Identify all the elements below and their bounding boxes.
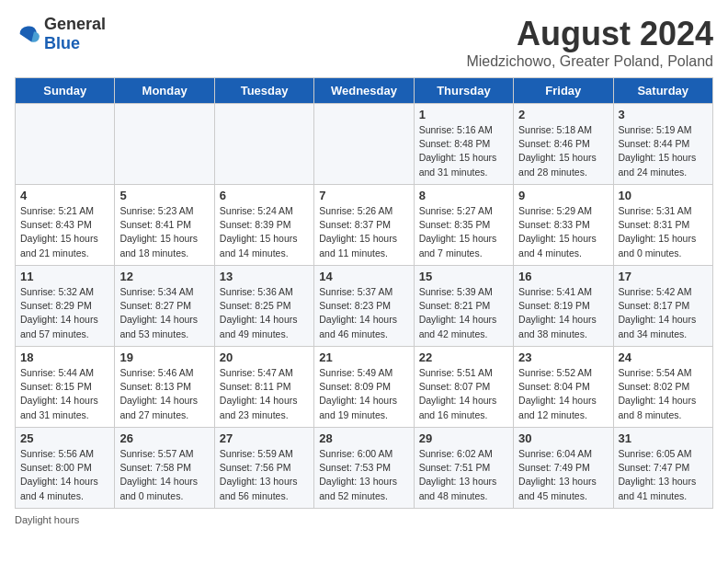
day-cell: 31Sunrise: 6:05 AM Sunset: 7:47 PM Dayli… (613, 428, 712, 509)
day-cell: 15Sunrise: 5:39 AM Sunset: 8:21 PM Dayli… (414, 266, 513, 347)
day-cell: 3Sunrise: 5:19 AM Sunset: 8:44 PM Daylig… (613, 104, 712, 185)
week-row-5: 25Sunrise: 5:56 AM Sunset: 8:00 PM Dayli… (16, 428, 713, 509)
day-info: Sunrise: 5:56 AM Sunset: 8:00 PM Dayligh… (20, 447, 109, 503)
day-cell (115, 104, 214, 185)
day-cell: 4Sunrise: 5:21 AM Sunset: 8:43 PM Daylig… (16, 185, 115, 266)
day-cell: 26Sunrise: 5:57 AM Sunset: 7:58 PM Dayli… (115, 428, 214, 509)
day-info: Sunrise: 6:04 AM Sunset: 7:49 PM Dayligh… (518, 447, 608, 503)
day-info: Sunrise: 5:36 AM Sunset: 8:25 PM Dayligh… (220, 285, 309, 341)
day-info: Sunrise: 5:32 AM Sunset: 8:29 PM Dayligh… (20, 285, 109, 341)
week-row-4: 18Sunrise: 5:44 AM Sunset: 8:15 PM Dayli… (16, 347, 713, 428)
day-number: 19 (119, 350, 209, 364)
day-cell: 23Sunrise: 5:52 AM Sunset: 8:04 PM Dayli… (514, 347, 613, 428)
day-info: Sunrise: 5:37 AM Sunset: 8:23 PM Dayligh… (319, 285, 408, 341)
day-number: 28 (319, 431, 408, 445)
day-number: 22 (419, 350, 508, 364)
day-info: Sunrise: 5:27 AM Sunset: 8:35 PM Dayligh… (419, 204, 508, 260)
day-number: 27 (220, 431, 309, 445)
day-cell: 6Sunrise: 5:24 AM Sunset: 8:39 PM Daylig… (214, 185, 313, 266)
day-number: 25 (20, 431, 109, 445)
day-cell: 20Sunrise: 5:47 AM Sunset: 8:11 PM Dayli… (214, 347, 313, 428)
day-number: 23 (518, 350, 608, 364)
day-cell: 30Sunrise: 6:04 AM Sunset: 7:49 PM Dayli… (514, 428, 613, 509)
day-cell: 17Sunrise: 5:42 AM Sunset: 8:17 PM Dayli… (613, 266, 712, 347)
day-number: 24 (619, 350, 708, 364)
day-info: Sunrise: 5:18 AM Sunset: 8:46 PM Dayligh… (518, 123, 608, 179)
calendar-body: 1Sunrise: 5:16 AM Sunset: 8:48 PM Daylig… (16, 104, 713, 509)
day-cell: 28Sunrise: 6:00 AM Sunset: 7:53 PM Dayli… (314, 428, 414, 509)
day-cell (214, 104, 313, 185)
day-info: Sunrise: 6:02 AM Sunset: 7:51 PM Dayligh… (419, 447, 508, 503)
day-info: Sunrise: 5:31 AM Sunset: 8:31 PM Dayligh… (619, 204, 708, 260)
day-info: Sunrise: 6:05 AM Sunset: 7:47 PM Dayligh… (619, 447, 708, 503)
day-number: 18 (20, 350, 109, 364)
day-info: Sunrise: 6:00 AM Sunset: 7:53 PM Dayligh… (319, 447, 408, 503)
day-info: Sunrise: 5:41 AM Sunset: 8:19 PM Dayligh… (518, 285, 608, 341)
day-info: Sunrise: 5:44 AM Sunset: 8:15 PM Dayligh… (20, 366, 109, 422)
day-info: Sunrise: 5:57 AM Sunset: 7:58 PM Dayligh… (119, 447, 209, 503)
header-cell-tuesday: Tuesday (214, 78, 313, 104)
day-cell (16, 104, 115, 185)
header-cell-sunday: Sunday (16, 78, 115, 104)
day-number: 6 (220, 189, 309, 202)
logo: General Blue (15, 15, 106, 53)
day-cell: 5Sunrise: 5:23 AM Sunset: 8:41 PM Daylig… (115, 185, 214, 266)
day-number: 10 (619, 189, 708, 202)
day-number: 4 (20, 189, 109, 202)
day-number: 31 (619, 431, 708, 445)
day-info: Sunrise: 5:54 AM Sunset: 8:02 PM Dayligh… (619, 366, 708, 422)
day-number: 12 (119, 270, 209, 283)
day-info: Sunrise: 5:51 AM Sunset: 8:07 PM Dayligh… (419, 366, 508, 422)
header-cell-wednesday: Wednesday (314, 78, 414, 104)
logo-general: General (44, 15, 106, 33)
header-cell-monday: Monday (115, 78, 214, 104)
footer-note: Daylight hours (15, 514, 713, 525)
day-info: Sunrise: 5:49 AM Sunset: 8:09 PM Dayligh… (319, 366, 408, 422)
day-info: Sunrise: 5:29 AM Sunset: 8:33 PM Dayligh… (518, 204, 608, 260)
day-cell: 25Sunrise: 5:56 AM Sunset: 8:00 PM Dayli… (16, 428, 115, 509)
day-info: Sunrise: 5:34 AM Sunset: 8:27 PM Dayligh… (119, 285, 209, 341)
day-cell: 18Sunrise: 5:44 AM Sunset: 8:15 PM Dayli… (16, 347, 115, 428)
day-cell: 10Sunrise: 5:31 AM Sunset: 8:31 PM Dayli… (613, 185, 712, 266)
day-info: Sunrise: 5:19 AM Sunset: 8:44 PM Dayligh… (619, 123, 708, 179)
day-cell: 9Sunrise: 5:29 AM Sunset: 8:33 PM Daylig… (514, 185, 613, 266)
title-area: August 2024 Miedzichowo, Greater Poland,… (466, 15, 713, 70)
day-cell: 11Sunrise: 5:32 AM Sunset: 8:29 PM Dayli… (16, 266, 115, 347)
day-number: 9 (518, 189, 608, 202)
day-number: 29 (419, 431, 508, 445)
day-cell: 7Sunrise: 5:26 AM Sunset: 8:37 PM Daylig… (314, 185, 414, 266)
day-cell: 29Sunrise: 6:02 AM Sunset: 7:51 PM Dayli… (414, 428, 513, 509)
day-cell: 8Sunrise: 5:27 AM Sunset: 8:35 PM Daylig… (414, 185, 513, 266)
day-number: 16 (518, 270, 608, 283)
day-cell: 2Sunrise: 5:18 AM Sunset: 8:46 PM Daylig… (514, 104, 613, 185)
week-row-2: 4Sunrise: 5:21 AM Sunset: 8:43 PM Daylig… (16, 185, 713, 266)
day-info: Sunrise: 5:59 AM Sunset: 7:56 PM Dayligh… (220, 447, 309, 503)
day-info: Sunrise: 5:47 AM Sunset: 8:11 PM Dayligh… (220, 366, 309, 422)
logo-blue: Blue (44, 34, 80, 52)
day-info: Sunrise: 5:16 AM Sunset: 8:48 PM Dayligh… (419, 123, 508, 179)
logo-text: General Blue (44, 15, 106, 53)
day-number: 26 (119, 431, 209, 445)
day-info: Sunrise: 5:39 AM Sunset: 8:21 PM Dayligh… (419, 285, 508, 341)
day-number: 13 (220, 270, 309, 283)
day-info: Sunrise: 5:23 AM Sunset: 8:41 PM Dayligh… (119, 204, 209, 260)
subtitle: Miedzichowo, Greater Poland, Poland (466, 53, 713, 70)
calendar-header: SundayMondayTuesdayWednesdayThursdayFrid… (16, 78, 713, 104)
header-cell-thursday: Thursday (414, 78, 513, 104)
day-number: 1 (419, 108, 508, 121)
day-number: 2 (518, 108, 608, 121)
day-cell: 22Sunrise: 5:51 AM Sunset: 8:07 PM Dayli… (414, 347, 513, 428)
day-number: 8 (419, 189, 508, 202)
day-number: 30 (518, 431, 608, 445)
day-cell (314, 104, 414, 185)
day-number: 21 (319, 350, 408, 364)
day-number: 20 (220, 350, 309, 364)
logo-icon (15, 21, 40, 47)
day-cell: 19Sunrise: 5:46 AM Sunset: 8:13 PM Dayli… (115, 347, 214, 428)
day-number: 11 (20, 270, 109, 283)
calendar-table: SundayMondayTuesdayWednesdayThursdayFrid… (15, 77, 713, 509)
day-cell: 24Sunrise: 5:54 AM Sunset: 8:02 PM Dayli… (613, 347, 712, 428)
main-title: August 2024 (466, 15, 713, 53)
day-cell: 27Sunrise: 5:59 AM Sunset: 7:56 PM Dayli… (214, 428, 313, 509)
day-cell: 16Sunrise: 5:41 AM Sunset: 8:19 PM Dayli… (514, 266, 613, 347)
